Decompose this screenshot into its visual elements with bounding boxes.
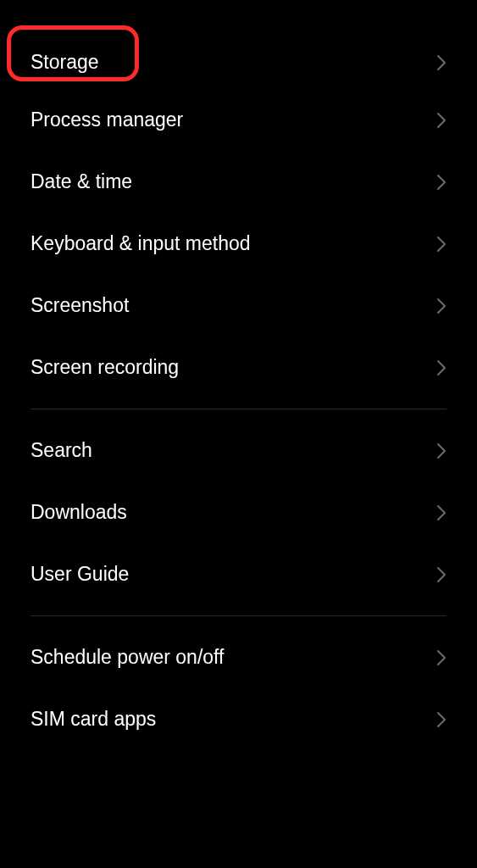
chevron-right-icon	[436, 649, 446, 666]
settings-item-label: Storage	[31, 51, 99, 74]
settings-item-schedule-power[interactable]: Schedule power on/off	[0, 626, 477, 688]
settings-item-label: Process manager	[31, 108, 183, 131]
settings-item-label: Downloads	[31, 501, 127, 524]
settings-item-label: SIM card apps	[31, 708, 156, 731]
settings-item-storage[interactable]: Storage	[0, 36, 477, 89]
chevron-right-icon	[436, 711, 446, 728]
settings-list: Storage Process manager Date & time Keyb…	[0, 0, 477, 750]
chevron-right-icon	[436, 174, 446, 191]
chevron-right-icon	[436, 236, 446, 253]
settings-item-search[interactable]: Search	[0, 420, 477, 481]
chevron-right-icon	[436, 504, 446, 521]
chevron-right-icon	[436, 298, 446, 314]
settings-item-screenshot[interactable]: Screenshot	[0, 275, 477, 337]
chevron-right-icon	[436, 442, 446, 459]
settings-item-date-time[interactable]: Date & time	[0, 151, 477, 213]
settings-item-label: User Guide	[31, 563, 129, 586]
settings-item-screen-recording[interactable]: Screen recording	[0, 337, 477, 398]
chevron-right-icon	[436, 566, 446, 583]
settings-item-sim-card-apps[interactable]: SIM card apps	[0, 688, 477, 750]
chevron-right-icon	[436, 112, 446, 129]
settings-item-label: Schedule power on/off	[31, 646, 224, 669]
settings-item-label: Keyboard & input method	[31, 232, 251, 255]
divider	[31, 615, 446, 616]
settings-item-label: Search	[31, 439, 92, 462]
settings-item-user-guide[interactable]: User Guide	[0, 543, 477, 605]
settings-item-process-manager[interactable]: Process manager	[0, 89, 477, 151]
chevron-right-icon	[436, 54, 446, 71]
divider	[31, 409, 446, 409]
settings-item-label: Date & time	[31, 170, 132, 193]
settings-item-label: Screenshot	[31, 294, 129, 317]
settings-item-downloads[interactable]: Downloads	[0, 481, 477, 543]
chevron-right-icon	[436, 359, 446, 376]
settings-item-keyboard-input[interactable]: Keyboard & input method	[0, 213, 477, 275]
settings-item-label: Screen recording	[31, 356, 179, 379]
